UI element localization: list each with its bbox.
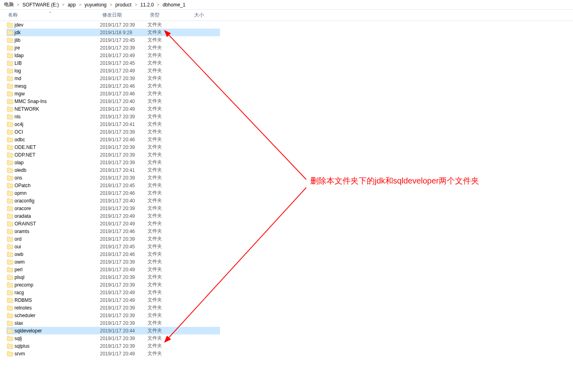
column-header-type[interactable]: 类型 — [147, 12, 192, 19]
folder-icon — [6, 289, 14, 296]
table-row[interactable]: oui2019/1/17 20:45文件夹 — [6, 243, 220, 250]
file-date: 2019/1/17 20:45 — [100, 37, 147, 43]
file-type: 文件夹 — [147, 113, 192, 120]
folder-icon — [6, 136, 14, 143]
breadcrumb-item[interactable]: SOFTWARE (E:) — [21, 2, 60, 8]
table-row[interactable]: precomp2019/1/17 20:39文件夹 — [6, 281, 220, 289]
table-row[interactable]: owb2019/1/17 20:46文件夹 — [6, 250, 220, 258]
file-date: 2019/1/17 20:49 — [100, 297, 147, 303]
table-row[interactable]: mesg2019/1/17 20:46文件夹 — [6, 82, 220, 90]
table-row[interactable]: RDBMS2019/1/17 20:49文件夹 — [6, 296, 220, 304]
folder-icon — [6, 320, 14, 326]
breadcrumb-item[interactable]: yuyuelong — [83, 2, 108, 8]
breadcrumb-item[interactable]: product — [114, 2, 133, 8]
table-row[interactable]: oledb2019/1/17 20:41文件夹 — [6, 166, 220, 174]
table-row[interactable]: nls2019/1/17 20:39文件夹 — [6, 113, 220, 120]
file-date: 2019/1/17 20:45 — [100, 244, 147, 250]
table-row[interactable]: OCI2019/1/17 20:39文件夹 — [6, 128, 220, 136]
file-name: jlib — [14, 37, 100, 43]
table-row[interactable]: jdev2019/1/17 20:39文件夹 — [6, 21, 220, 29]
table-row[interactable]: perl2019/1/17 20:49文件夹 — [6, 266, 220, 273]
table-row[interactable]: opmn2019/1/17 20:46文件夹 — [6, 189, 220, 197]
folder-icon — [6, 198, 14, 204]
breadcrumb-item[interactable]: 11.2.0 — [139, 2, 155, 8]
folder-icon — [6, 259, 14, 265]
table-row[interactable]: ldap2019/1/17 20:49文件夹 — [6, 52, 220, 59]
file-type: 文件夹 — [147, 205, 192, 212]
folder-icon — [6, 182, 14, 189]
folder-icon — [6, 83, 14, 89]
breadcrumb-item[interactable]: dbhome_1 — [161, 2, 187, 8]
table-row[interactable]: sqlj2019/1/17 20:39文件夹 — [6, 334, 220, 342]
column-header-size[interactable]: 大小 — [192, 12, 220, 19]
file-type: 文件夹 — [147, 235, 192, 242]
table-row[interactable]: oracore2019/1/17 20:39文件夹 — [6, 204, 220, 212]
table-row[interactable]: oraconfig2019/1/17 20:40文件夹 — [6, 197, 220, 204]
file-name: MMC Snap-Ins — [14, 99, 100, 104]
file-date: 2019/1/17 20:39 — [100, 76, 147, 81]
table-row[interactable]: srvm2019/1/17 20:49文件夹 — [6, 350, 220, 357]
chevron-right-icon: > — [77, 2, 83, 7]
file-name: odbc — [14, 137, 100, 142]
table-row[interactable]: plsql2019/1/17 20:39文件夹 — [6, 273, 220, 281]
column-header-name[interactable]: 名称 — [6, 12, 100, 19]
table-row[interactable]: ons2019/1/17 20:39文件夹 — [6, 174, 220, 182]
table-row[interactable]: LIB2019/1/17 20:45文件夹 — [6, 59, 220, 67]
table-row[interactable]: oradata2019/1/17 20:49文件夹 — [6, 212, 220, 220]
file-list[interactable]: jdev2019/1/17 20:39文件夹jdk2019/1/18 9:28文… — [0, 21, 573, 357]
file-date: 2019/1/17 20:39 — [100, 22, 147, 28]
column-header-date[interactable]: 修改日期 — [100, 12, 147, 19]
table-row[interactable]: olap2019/1/17 20:39文件夹 — [6, 159, 220, 166]
table-row[interactable]: owm2019/1/17 20:39文件夹 — [6, 258, 220, 266]
file-type: 文件夹 — [147, 29, 192, 36]
table-row[interactable]: md2019/1/17 20:39文件夹 — [6, 74, 220, 82]
table-row[interactable]: relnotes2019/1/17 20:39文件夹 — [6, 304, 220, 312]
file-type: 文件夹 — [147, 83, 192, 89]
table-row[interactable]: racg2019/1/17 20:49文件夹 — [6, 289, 220, 296]
file-name: jdev — [14, 22, 100, 28]
table-row[interactable]: odbc2019/1/17 20:46文件夹 — [6, 136, 220, 143]
table-row[interactable]: OPatch2019/1/17 20:45文件夹 — [6, 182, 220, 189]
table-row[interactable]: ord2019/1/17 20:39文件夹 — [6, 235, 220, 243]
file-name: oui — [14, 244, 100, 250]
table-row[interactable]: jre2019/1/17 20:39文件夹 — [6, 44, 220, 52]
file-type: 文件夹 — [147, 312, 192, 319]
table-row[interactable]: log2019/1/17 20:49文件夹 — [6, 67, 220, 74]
table-row[interactable]: sqldeveloper2019/1/17 20:44文件夹 — [6, 327, 220, 334]
table-row[interactable]: jlib2019/1/17 20:45文件夹 — [6, 36, 220, 44]
folder-icon — [6, 282, 14, 288]
file-type: 文件夹 — [147, 258, 192, 265]
breadcrumb-item[interactable]: 电脑 — [2, 1, 15, 8]
breadcrumb-item[interactable]: app — [66, 2, 77, 8]
file-type: 文件夹 — [147, 327, 192, 334]
table-row[interactable]: mgw2019/1/17 20:46文件夹 — [6, 90, 220, 97]
folder-icon — [6, 129, 14, 135]
file-date: 2019/1/17 20:41 — [100, 122, 147, 127]
table-row[interactable]: ORAINST2019/1/17 20:49文件夹 — [6, 220, 220, 227]
folder-icon — [6, 159, 14, 166]
file-type: 文件夹 — [147, 251, 192, 258]
table-row[interactable]: MMC Snap-Ins2019/1/17 20:40文件夹 — [6, 97, 220, 105]
table-row[interactable]: ODP.NET2019/1/17 20:39文件夹 — [6, 151, 220, 159]
table-row[interactable]: scheduler2019/1/17 20:39文件夹 — [6, 312, 220, 319]
table-row[interactable]: slax2019/1/17 20:39文件夹 — [6, 319, 220, 327]
table-row[interactable]: jdk2019/1/18 9:28文件夹 — [6, 29, 220, 36]
folder-icon — [6, 312, 14, 319]
file-name: racg — [14, 290, 100, 295]
file-date: 2019/1/17 20:39 — [100, 343, 147, 349]
file-type: 文件夹 — [147, 60, 192, 66]
table-row[interactable]: oc4j2019/1/17 20:41文件夹 — [6, 120, 220, 128]
table-row[interactable]: NETWORK2019/1/17 20:49文件夹 — [6, 105, 220, 113]
file-type: 文件夹 — [147, 320, 192, 326]
table-row[interactable]: sqlplus2019/1/17 20:39文件夹 — [6, 342, 220, 350]
file-name: OPatch — [14, 183, 100, 188]
file-name: sqlplus — [14, 343, 100, 349]
file-name: scheduler — [14, 313, 100, 318]
file-name: sqlj — [14, 336, 100, 341]
table-row[interactable]: oramts2019/1/17 20:46文件夹 — [6, 227, 220, 235]
file-type: 文件夹 — [147, 350, 192, 357]
folder-icon — [6, 106, 14, 112]
table-row[interactable]: ODE.NET2019/1/17 20:39文件夹 — [6, 143, 220, 151]
file-date: 2019/1/17 20:39 — [100, 305, 147, 311]
breadcrumb[interactable]: 电脑>SOFTWARE (E:)>app>yuyuelong>product>1… — [0, 0, 573, 10]
